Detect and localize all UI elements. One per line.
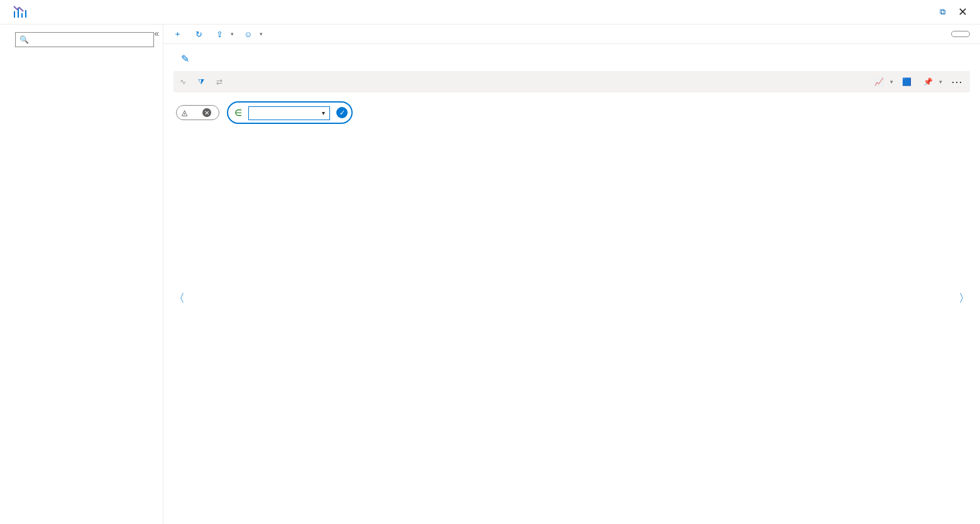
new-chart-button[interactable]: ＋ <box>173 28 185 40</box>
commit-split-icon[interactable]: ✓ <box>336 107 348 118</box>
split-icon: ⇄ <box>216 77 223 86</box>
apply-splitting-button[interactable]: ⇄ <box>216 77 226 86</box>
refresh-button[interactable]: ↻ <box>195 30 206 39</box>
documentation-link[interactable]: ⧉ <box>937 7 945 17</box>
add-filter-button[interactable]: ⧩ <box>198 77 207 86</box>
metric-pill[interactable]: ◬ ✕ <box>176 105 219 120</box>
remove-metric-icon[interactable]: ✕ <box>202 108 211 117</box>
refresh-icon: ↻ <box>195 30 202 39</box>
share-icon: ⇪ <box>216 30 223 39</box>
new-alert-rule-button[interactable]: 🟦 <box>902 77 915 86</box>
plus-icon: ＋ <box>173 28 182 40</box>
split-values-select[interactable] <box>248 106 330 120</box>
sidebar: « 🔍 <box>0 25 163 524</box>
chevron-down-icon: ▾ <box>890 79 893 85</box>
metrics-resource-icon <box>13 5 28 20</box>
chart-area: 〈 〉 <box>176 139 967 457</box>
content: ＋ ↻ ⇪ ▾ ☺ ▾ ✎ <box>163 25 980 524</box>
chevron-down-icon: ▾ <box>939 79 942 85</box>
chart-type-dropdown[interactable]: 📈 ▾ <box>874 77 893 86</box>
chevron-down-icon: ▾ <box>231 31 234 37</box>
search-icon: 🔍 <box>19 35 29 44</box>
time-range-picker[interactable] <box>951 31 970 37</box>
search-input[interactable] <box>15 32 154 47</box>
next-chart-icon[interactable]: 〉 <box>959 291 970 306</box>
more-actions-button[interactable]: ⋯ <box>951 75 964 89</box>
pin-icon: 📌 <box>923 77 933 86</box>
pin-dashboard-button[interactable]: 📌 ▾ <box>923 77 942 86</box>
feedback-icon: ☺ <box>244 30 252 39</box>
share-button[interactable]: ⇪ ▾ <box>216 30 234 39</box>
prev-chart-icon[interactable]: 〈 <box>173 291 185 306</box>
feedback-button[interactable]: ☺ ▾ <box>244 30 263 39</box>
external-link-icon: ⧉ <box>940 7 945 17</box>
resource-icon: ◬ <box>182 108 187 117</box>
legend <box>176 441 967 457</box>
metric-toolbar: ∿ ⧩ ⇄ 📈 ▾ 🟦 📌 <box>173 71 970 92</box>
edit-title-icon[interactable]: ✎ <box>181 53 189 65</box>
page-header: ⧉ ✕ <box>0 0 980 25</box>
close-icon[interactable]: ✕ <box>958 5 967 19</box>
chevron-down-icon: ▾ <box>260 31 263 37</box>
alert-icon: 🟦 <box>902 77 911 86</box>
split-pill: ∈ ✓ <box>227 101 353 124</box>
add-metric-icon: ∿ <box>180 77 186 86</box>
add-metric-button[interactable]: ∿ <box>180 77 189 86</box>
split-back-icon[interactable]: ∈ <box>234 108 242 118</box>
toolbar: ＋ ↻ ⇪ ▾ ☺ ▾ <box>163 25 980 44</box>
line-chart-icon: 📈 <box>874 77 884 86</box>
filter-icon: ⧩ <box>198 77 204 86</box>
